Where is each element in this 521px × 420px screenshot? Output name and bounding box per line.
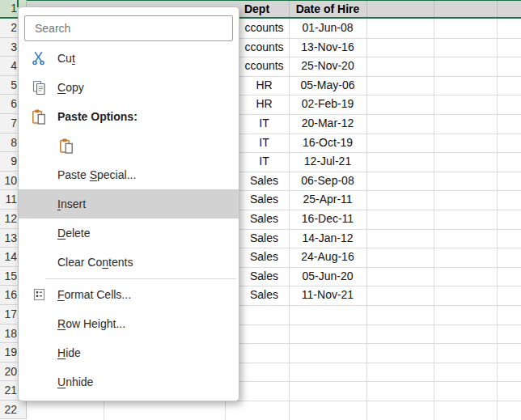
menu-items-list: CutCopyPaste Options:Paste Special...Ins…: [19, 44, 239, 397]
menu-item-copy[interactable]: Copy: [19, 73, 239, 102]
cell-dept-row8[interactable]: IT: [239, 134, 289, 152]
row-context-menu: CutCopyPaste Options:Paste Special...Ins…: [18, 6, 239, 401]
cell-date-row14[interactable]: 24-Aug-16: [289, 248, 366, 266]
cell-date-row5[interactable]: 05-May-06: [289, 76, 366, 95]
cell-dept-row4[interactable]: ccounts: [239, 57, 289, 75]
header-gridline: [289, 1, 290, 17]
menu-item-label: Cut: [57, 52, 75, 65]
cell-date-row4[interactable]: 25-Nov-20: [289, 57, 366, 75]
cell-dept-row12[interactable]: Sales: [239, 210, 289, 228]
menu-item-delete[interactable]: Delete: [19, 218, 239, 248]
menu-item-paste[interactable]: [19, 131, 239, 160]
cell-dept-row7[interactable]: IT: [239, 114, 289, 133]
menu-item-paste-special[interactable]: Paste Special...: [19, 160, 239, 189]
paste-icon[interactable]: [56, 138, 77, 155]
header-gridline: [497, 1, 498, 17]
cell-date-row11[interactable]: 25-Apr-11: [289, 190, 366, 209]
menu-item-label: Unhide: [57, 375, 93, 388]
cell-dept-row14[interactable]: Sales: [239, 248, 289, 266]
menu-item-label: Delete: [57, 227, 90, 240]
cell-date-row9[interactable]: 12-Jul-21: [289, 152, 366, 171]
menu-item-label: Insert: [57, 197, 86, 210]
cell-date-row13[interactable]: 14-Jan-12: [289, 229, 366, 248]
header-gridline: [434, 1, 434, 17]
cell-date-row6[interactable]: 02-Feb-19: [289, 95, 366, 113]
menu-item-cut[interactable]: Cut: [19, 44, 239, 73]
cell-dept-row9[interactable]: IT: [239, 152, 289, 171]
gridline-vertical: [434, 19, 434, 420]
cell-dept-row16[interactable]: Sales: [239, 286, 289, 304]
menu-item-clear-contents[interactable]: Clear Contents: [19, 248, 239, 277]
cell-date-row8[interactable]: 16-Oct-19: [289, 134, 366, 152]
cell-dept-row11[interactable]: Sales: [239, 190, 289, 209]
menu-item-paste-options[interactable]: Paste Options:: [19, 102, 239, 131]
cell-dept-row15[interactable]: Sales: [239, 267, 289, 286]
menu-item-label: Format Cells...: [57, 288, 131, 301]
column-header-date-of-hire[interactable]: Date of Hire: [289, 1, 366, 18]
menu-item-hide[interactable]: Hide: [19, 338, 239, 367]
cell-dept-row10[interactable]: Sales: [239, 172, 289, 190]
menu-item-format-cells[interactable]: Format Cells...: [19, 280, 239, 309]
copy-icon: [28, 80, 49, 95]
cell-dept-row2[interactable]: ccounts: [239, 19, 289, 37]
cell-date-row3[interactable]: 13-Nov-16: [289, 38, 366, 57]
excel-worksheet-view: Dept Date of Hire ccounts01-Jun-08ccount…: [0, 0, 521, 420]
gridline-vertical: [497, 19, 498, 420]
scissors-icon: [28, 51, 49, 66]
cell-dept-row13[interactable]: Sales: [239, 229, 289, 248]
row-header-22[interactable]: 22: [0, 401, 27, 420]
cell-date-row2[interactable]: 01-Jun-08: [289, 19, 366, 37]
menu-separator: [45, 278, 236, 279]
menu-item-label: Paste Special...: [57, 168, 136, 181]
menu-item-label: Clear Contents: [57, 256, 133, 269]
gridline-vertical: [366, 19, 367, 420]
cell-date-row12[interactable]: 16-Dec-11: [289, 210, 366, 228]
menu-item-insert[interactable]: Insert: [19, 189, 239, 218]
menu-search-input[interactable]: [24, 15, 233, 41]
format-cells-icon: [28, 287, 49, 302]
header-gridline: [366, 1, 367, 17]
menu-item-unhide[interactable]: Unhide: [19, 367, 239, 397]
cell-date-row16[interactable]: 11-Nov-21: [289, 286, 366, 304]
cell-date-row10[interactable]: 06-Sep-08: [289, 172, 366, 190]
menu-item-label: Copy: [57, 81, 84, 94]
menu-item-row-height[interactable]: Row Height...: [19, 309, 239, 338]
menu-item-label: Hide: [57, 346, 81, 359]
cell-dept-row5[interactable]: HR: [239, 76, 289, 95]
selection-border-left: [17, 0, 19, 7]
cell-dept-row6[interactable]: HR: [239, 95, 289, 113]
cell-date-row15[interactable]: 05-Jun-20: [289, 267, 366, 286]
cell-date-row7[interactable]: 20-Mar-12: [289, 114, 366, 133]
cell-dept-row3[interactable]: ccounts: [239, 38, 289, 57]
menu-item-label: Paste Options:: [57, 110, 138, 123]
clipboard-icon: [28, 108, 49, 125]
menu-item-label: Row Height...: [57, 317, 125, 330]
